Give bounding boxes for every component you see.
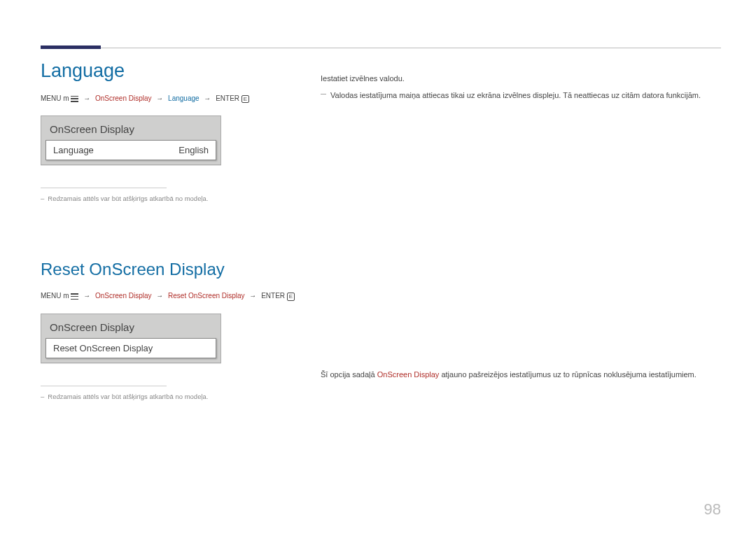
bc-current: Language [168, 94, 200, 102]
language-desc-line1: Iestatiet izvēlnes valodu. [321, 73, 721, 85]
top-divider-accent [41, 45, 101, 49]
arrow-right-icon: → [156, 94, 163, 102]
reset-breadcrumb: MENU m → OnScreen Display → Reset OnScre… [41, 292, 300, 300]
panel-header: OnScreen Display [41, 314, 220, 338]
row-value: English [178, 145, 209, 155]
arrow-right-icon: → [204, 94, 211, 102]
language-heading: Language [41, 60, 300, 82]
enter-icon: E [287, 293, 295, 301]
arrow-right-icon: → [156, 292, 163, 300]
row-label: Language [53, 145, 94, 155]
menu-icon [71, 293, 78, 300]
arrow-right-icon: → [83, 292, 90, 300]
footnote-divider [41, 188, 167, 188]
dash-icon: – [41, 393, 44, 400]
reset-desc-b: OnScreen Display [377, 370, 440, 379]
right-column: Iestatiet izvēlnes valodu. Valodas iesta… [321, 60, 721, 402]
top-divider [41, 48, 721, 48]
page-number: 98 [704, 500, 721, 519]
bc-menu-m: m [63, 292, 69, 300]
arrow-right-icon: → [249, 292, 256, 300]
bc-osd2: Reset OnScreen Display [168, 292, 245, 300]
language-breadcrumb: MENU m → OnScreen Display → Language → E… [41, 94, 300, 103]
reset-right-block: Šī opcija sadaļā OnScreen Display atjaun… [321, 290, 721, 381]
bc-menu-label: MENU [41, 292, 61, 300]
bc-osd1: OnScreen Display [95, 292, 152, 300]
row-label: Reset OnScreen Display [53, 343, 153, 353]
dash-icon: – [41, 195, 44, 202]
reset-section: Reset OnScreen Display MENU m → OnScreen… [41, 260, 300, 401]
page-body: Language MENU m → OnScreen Display → Lan… [41, 41, 721, 402]
arrow-right-icon: → [83, 94, 90, 102]
bc-menu-label: MENU [41, 94, 61, 102]
reset-desc-a: Šī opcija sadaļā [321, 370, 377, 379]
language-footnote: –Redzamais attēls var būt atšķirīgs atka… [41, 194, 300, 204]
bc-osd: OnScreen Display [95, 94, 152, 102]
language-row[interactable]: Language English [46, 140, 216, 160]
enter-icon: E [241, 95, 249, 104]
bc-enter-label: ENTER [216, 94, 239, 102]
footnote-divider [41, 386, 167, 386]
reset-osd-panel: OnScreen Display Reset OnScreen Display [41, 314, 221, 363]
left-column: Language MENU m → OnScreen Display → Lan… [41, 60, 321, 402]
panel-header: OnScreen Display [41, 116, 220, 140]
bc-enter-label: ENTER [261, 292, 285, 300]
language-desc-note: Valodas iestatījuma maiņa attiecas tikai… [321, 90, 721, 102]
reset-footnote: –Redzamais attēls var būt atšķirīgs atka… [41, 392, 300, 402]
reset-desc-c: atjauno pašreizējos iestatījumus uz to r… [439, 370, 696, 379]
bc-menu-m: m [63, 94, 69, 102]
reset-row[interactable]: Reset OnScreen Display [46, 338, 216, 358]
language-osd-panel: OnScreen Display Language English [41, 115, 221, 165]
reset-heading: Reset OnScreen Display [41, 260, 300, 279]
menu-icon [71, 96, 78, 102]
